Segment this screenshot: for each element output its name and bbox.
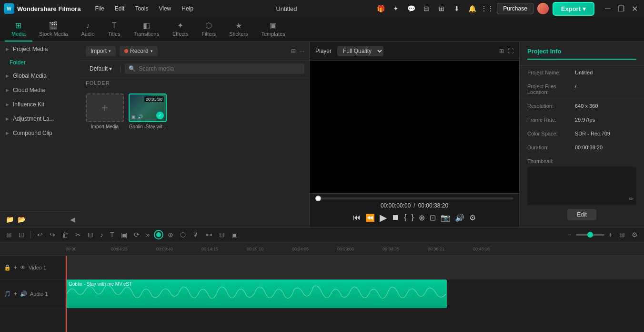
menu-edit[interactable]: Edit xyxy=(110,3,130,14)
collapse-icon[interactable]: ◀ xyxy=(70,216,75,223)
audio-mute-icon[interactable]: 🔊 xyxy=(20,290,27,297)
add-to-clip-icon[interactable]: ⊡ xyxy=(430,213,436,222)
video-lock-icon[interactable]: 🔒 xyxy=(4,264,11,271)
settings-tl-icon[interactable]: ⚙ xyxy=(629,229,640,240)
skip-back-icon[interactable]: ⏮ xyxy=(353,213,361,222)
delete-icon[interactable]: 🗑 xyxy=(60,229,71,240)
add-to-timeline-icon[interactable]: ⊕ xyxy=(419,213,425,222)
audio-add-icon[interactable]: + xyxy=(14,290,17,297)
mark-in-icon[interactable]: { xyxy=(404,213,406,222)
step-back-icon[interactable]: ⏪ xyxy=(365,213,375,222)
remove-icon[interactable]: 📂 xyxy=(18,216,26,223)
thumbnail-edit-icon[interactable]: ✏ xyxy=(629,196,634,202)
search-input[interactable] xyxy=(139,65,301,72)
menu-help[interactable]: Help xyxy=(177,3,198,14)
video-add-icon[interactable]: + xyxy=(14,264,17,271)
sidebar-item-cloud-media[interactable]: ▶ Cloud Media xyxy=(0,83,81,97)
sidebar-item-influence-kit[interactable]: ▶ Influence Kit xyxy=(0,97,81,112)
zoom-out-icon[interactable]: − xyxy=(565,229,574,240)
player-thumb[interactable] xyxy=(315,196,321,201)
add-track-icon[interactable]: ⊞ xyxy=(4,229,14,240)
sidebar-label-adjustment: Adjustment La... xyxy=(13,115,54,122)
redo-icon[interactable]: ↪ xyxy=(47,229,58,240)
menu-tools[interactable]: Tools xyxy=(130,3,153,14)
tab-stickers[interactable]: ★ Stickers xyxy=(222,17,254,42)
video-eye-icon[interactable]: 👁 xyxy=(20,264,26,271)
speed-icon[interactable]: ⟳ xyxy=(131,229,142,240)
tab-titles[interactable]: T Titles xyxy=(101,18,127,42)
sidebar-item-compound-clip[interactable]: ▶ Compound Clip xyxy=(0,126,81,140)
mark-out-icon[interactable]: } xyxy=(412,213,414,222)
menu-file[interactable]: File xyxy=(90,3,109,14)
snapshot-icon[interactable]: 📷 xyxy=(441,213,450,222)
split-audio-icon[interactable]: ⊕ xyxy=(165,229,176,240)
feedback-icon[interactable]: 💬 xyxy=(405,3,417,14)
quality-select[interactable]: Full Quality 1/2 Quality 1/4 Quality xyxy=(337,46,383,56)
maximize-button[interactable]: ❐ xyxy=(615,3,627,14)
stop-icon[interactable]: ⏹ xyxy=(392,213,399,222)
tab-effects[interactable]: ✦ Effects xyxy=(166,17,195,42)
more-icon[interactable]: ··· xyxy=(300,48,304,54)
sidebar-item-global-media[interactable]: ▶ Global Media xyxy=(0,69,81,83)
player-timeline-bar[interactable] xyxy=(315,197,513,199)
undo-icon[interactable]: ↩ xyxy=(35,229,45,240)
cut-icon[interactable]: ✂ xyxy=(73,229,83,240)
record-button[interactable]: Record ▾ xyxy=(120,46,158,56)
marker-icon[interactable]: ⊷ xyxy=(203,229,215,240)
default-button[interactable]: Default ▾ xyxy=(86,63,116,74)
tab-media[interactable]: ⊞ Media xyxy=(5,17,32,42)
tab-filters[interactable]: ⬡ Filters xyxy=(195,17,222,42)
audio-clip[interactable]: Goblin - Stay with me MV.eST xyxy=(66,280,447,308)
avatar[interactable] xyxy=(537,3,549,14)
import-thumb[interactable]: + xyxy=(86,93,124,122)
zoom-in-icon[interactable]: + xyxy=(606,229,615,240)
tab-templates[interactable]: ▣ Templates xyxy=(254,17,292,42)
sidebar-item-project-media[interactable]: ▶ Project Media xyxy=(0,42,81,56)
close-button[interactable]: ✕ xyxy=(629,3,640,14)
filter-icon[interactable]: ⊟ xyxy=(291,48,296,54)
current-time: 00:00:00:00 xyxy=(381,202,411,209)
pip-icon[interactable]: ▣ xyxy=(229,229,240,240)
minimize-button[interactable]: ─ xyxy=(602,3,614,14)
expand-icon[interactable]: ⊞ xyxy=(436,3,447,14)
sidebar-item-adjustment-layer[interactable]: ▶ Adjustment La... xyxy=(0,112,81,126)
purchase-button[interactable]: Purchase xyxy=(497,3,533,14)
add-folder-icon[interactable]: 📁 xyxy=(6,216,14,223)
edit-button[interactable]: Edit xyxy=(567,209,596,220)
tab-stock-media[interactable]: 🎬 Stock Media xyxy=(32,17,75,42)
apps-icon[interactable]: ⋮⋮ xyxy=(482,3,493,14)
volume-icon[interactable]: 🔊 xyxy=(455,213,464,222)
tab-audio[interactable]: ♪ Audio xyxy=(75,18,101,42)
sidebar-item-folder[interactable]: Folder xyxy=(0,56,81,69)
grid-icon[interactable]: ⊞ xyxy=(617,229,627,240)
magnetic-icon[interactable]: ⊡ xyxy=(16,229,27,240)
notification-icon[interactable]: 🔔 xyxy=(466,3,478,14)
tab-transitions[interactable]: ◧ Transitions xyxy=(127,17,166,42)
more-icon-tl[interactable]: » xyxy=(144,229,152,240)
media-clip-item[interactable]: ▣ 🔊 00:03:08 ✓ Goblin -Stay wit... xyxy=(129,93,167,129)
import-button[interactable]: Import ▾ xyxy=(86,46,116,56)
fullscreen-icon[interactable]: ⛶ xyxy=(508,48,513,54)
mask-icon[interactable]: ▣ xyxy=(119,229,130,240)
shield-icon[interactable]: ⬡ xyxy=(178,229,188,240)
gift-icon[interactable]: 🎁 xyxy=(375,3,386,14)
zoom-slider[interactable] xyxy=(576,234,604,236)
settings-icon[interactable]: ⚙ xyxy=(469,213,476,222)
minimize-panel-icon[interactable]: ⊟ xyxy=(421,3,432,14)
mic-icon[interactable]: 🎙 xyxy=(190,229,201,240)
crop-icon[interactable]: ⊟ xyxy=(85,229,96,240)
track-label-video1: 🔒 + 👁 Video 1 xyxy=(0,256,65,280)
clip-duration: 00:03:08 xyxy=(144,96,164,102)
split-view-icon[interactable]: ⊞ xyxy=(499,48,504,54)
text-icon[interactable]: T xyxy=(108,229,117,240)
play-icon[interactable]: ▶ xyxy=(380,212,387,223)
import-media-item[interactable]: + Import Media xyxy=(86,93,124,129)
audio-lock-icon[interactable]: 🎵 xyxy=(4,290,11,297)
subtitle-icon[interactable]: ⊟ xyxy=(217,229,227,240)
download-icon[interactable]: ⬇ xyxy=(451,3,463,14)
menu-view[interactable]: View xyxy=(154,3,176,14)
audio-icon[interactable]: ♪ xyxy=(98,229,106,240)
export-button[interactable]: Export ▾ xyxy=(553,2,594,16)
magic-icon[interactable]: ✦ xyxy=(390,3,402,14)
timeline-record-button[interactable] xyxy=(154,230,163,239)
